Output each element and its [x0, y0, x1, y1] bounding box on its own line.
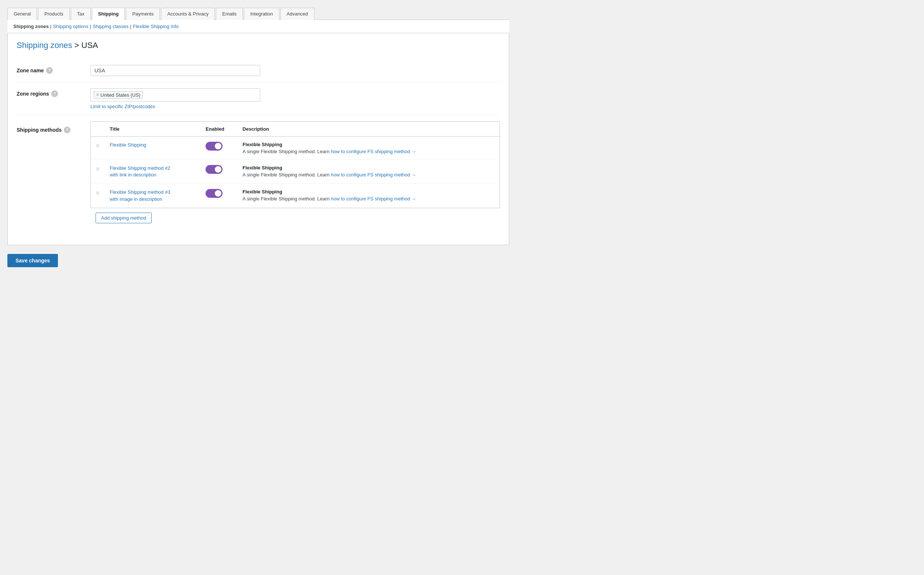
region-tag-remove[interactable]: × — [96, 92, 99, 97]
method-title-link[interactable]: with image in description — [110, 196, 195, 203]
tab-payments[interactable]: Payments — [126, 8, 160, 20]
method-title-link[interactable]: Flexible Shipping method #3 — [110, 189, 195, 195]
method-desc-link[interactable]: how to configure FS shipping method → — [331, 196, 416, 202]
subnav-shipping-options[interactable]: Shipping options — [53, 24, 88, 29]
tab-accounts-privacy[interactable]: Accounts & Privacy — [161, 8, 215, 20]
subnav-sep-2: | — [90, 24, 91, 29]
main-tabs: General Products Tax Shipping Payments A… — [7, 7, 509, 20]
method-toggle[interactable] — [206, 165, 222, 174]
col-drag-header — [91, 122, 105, 137]
zone-name-row: Zone name ? — [17, 59, 500, 82]
sub-nav: Shipping zones | Shipping options | Ship… — [7, 20, 509, 33]
drag-handle[interactable]: ≡ — [96, 142, 99, 149]
zone-regions-field: × United States (US) Limit to specific Z… — [90, 88, 500, 109]
col-title-header: Title — [105, 122, 200, 137]
tab-emails[interactable]: Emails — [216, 8, 243, 20]
table-row: ≡Flexible Shipping method #2with link in… — [91, 160, 500, 184]
zone-regions-row: Zone regions ? × United States (US) Limi… — [17, 82, 500, 116]
shipping-methods-help-icon[interactable]: ? — [64, 127, 70, 133]
tab-integration[interactable]: Integration — [244, 8, 279, 20]
breadcrumb-heading: Shipping zones > USA — [17, 41, 500, 50]
method-title-link[interactable]: Flexible Shipping — [110, 142, 195, 148]
method-desc-title: Flexible Shipping — [243, 142, 494, 147]
table-row: ≡Flexible Shipping Flexible Shipping A s… — [91, 137, 500, 160]
breadcrumb-link[interactable]: Shipping zones — [17, 41, 72, 50]
method-title-link[interactable]: with link in description — [110, 172, 195, 178]
shipping-methods-row: Shipping methods ? Title Enabled Descrip… — [17, 116, 500, 233]
col-description-header: Description — [237, 122, 500, 137]
subnav-current: Shipping zones — [13, 24, 49, 29]
method-desc-text: A single Flexible Shipping method. Learn… — [243, 196, 416, 202]
shipping-methods-table: Title Enabled Description ≡Flexible Ship… — [90, 121, 500, 208]
zip-postcodes-link[interactable]: Limit to specific ZIP/postcodes — [90, 104, 156, 109]
tab-products[interactable]: Products — [38, 8, 69, 20]
breadcrumb-current: USA — [81, 41, 98, 50]
add-shipping-method-button[interactable]: Add shipping method — [95, 213, 152, 223]
shipping-methods-label: Shipping methods ? — [17, 121, 90, 133]
zone-name-field — [90, 65, 500, 76]
method-desc-link[interactable]: how to configure FS shipping method → — [331, 172, 416, 178]
zone-regions-label: Zone regions ? — [17, 88, 90, 97]
tag-input[interactable]: × United States (US) — [90, 88, 260, 102]
breadcrumb-separator: > — [75, 41, 81, 50]
zone-name-label: Zone name ? — [17, 65, 90, 74]
subnav-flexible-shipping-info[interactable]: Flexible Shipping Info — [133, 24, 179, 29]
zone-name-input[interactable] — [90, 65, 260, 76]
method-desc-link[interactable]: how to configure FS shipping method → — [331, 149, 416, 154]
tab-general[interactable]: General — [7, 8, 37, 20]
save-changes-button[interactable]: Save changes — [7, 254, 58, 267]
method-desc-title: Flexible Shipping — [243, 165, 494, 170]
method-toggle[interactable] — [206, 142, 222, 151]
shipping-methods-field: Title Enabled Description ≡Flexible Ship… — [90, 121, 500, 228]
drag-handle[interactable]: ≡ — [96, 189, 99, 196]
zone-regions-help-icon[interactable]: ? — [51, 91, 58, 97]
table-row: ≡Flexible Shipping method #3with image i… — [91, 184, 500, 208]
method-desc-title: Flexible Shipping — [243, 189, 494, 194]
method-title-link[interactable]: Flexible Shipping method #2 — [110, 165, 195, 172]
subnav-shipping-classes[interactable]: Shipping classes — [93, 24, 129, 29]
tab-shipping[interactable]: Shipping — [92, 8, 125, 20]
subnav-sep-3: | — [130, 24, 131, 29]
tab-advanced[interactable]: Advanced — [281, 8, 314, 20]
zone-name-help-icon[interactable]: ? — [46, 67, 53, 74]
tab-tax[interactable]: Tax — [71, 8, 91, 20]
method-toggle[interactable] — [206, 189, 222, 198]
region-tag: × United States (US) — [94, 91, 143, 99]
drag-handle[interactable]: ≡ — [96, 165, 99, 172]
region-tag-label: United States (US) — [100, 92, 140, 98]
content-area: Shipping zones > USA Zone name ? Zone re… — [7, 33, 509, 245]
subnav-sep-1: | — [50, 24, 51, 29]
col-enabled-header: Enabled — [200, 122, 237, 137]
method-desc-text: A single Flexible Shipping method. Learn… — [243, 172, 416, 178]
method-desc-text: A single Flexible Shipping method. Learn… — [243, 149, 416, 154]
